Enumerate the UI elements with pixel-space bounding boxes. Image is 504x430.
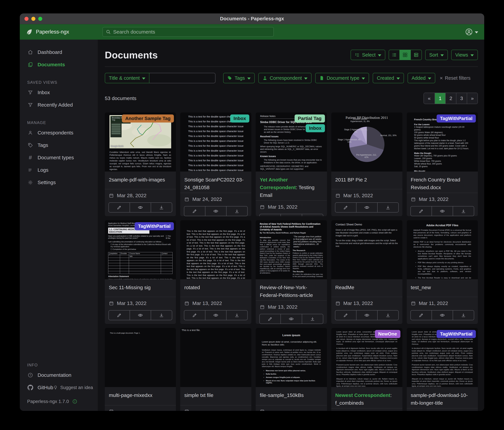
download-document-button[interactable] <box>302 214 323 216</box>
document-type-filter-button[interactable]: Document type <box>315 73 369 83</box>
tag-badge[interactable]: NewOne <box>375 330 400 338</box>
sidebar-item-logs[interactable]: Logs <box>20 164 98 176</box>
pagination-page-3[interactable]: 3 <box>456 93 467 104</box>
sidebar-item-correspondents[interactable]: Correspondents <box>20 127 98 139</box>
document-card[interactable]: Lorem ipsum dolor sit amet, consectetur … <box>331 328 402 411</box>
download-document-button[interactable] <box>453 206 474 216</box>
sidebar-item-settings[interactable]: Settings <box>20 176 98 189</box>
download-document-button[interactable] <box>377 203 398 212</box>
document-title[interactable]: Yet Another Correspondent: Testing Email <box>256 171 327 200</box>
edit-document-button[interactable] <box>411 310 432 320</box>
view-document-button[interactable] <box>130 310 151 320</box>
edit-document-button[interactable] <box>260 214 280 216</box>
reset-filters-button[interactable]: × Reset filters <box>440 75 470 81</box>
document-card[interactable]: This is the text that appears on the fir… <box>180 220 251 324</box>
document-card[interactable]: Review of New York Federal Petitions for… <box>256 220 327 324</box>
app-brand[interactable]: Paperless-ngx <box>26 28 102 35</box>
view-document-button[interactable] <box>130 203 151 212</box>
detail-view-button[interactable] <box>411 50 422 60</box>
download-document-button[interactable] <box>151 310 172 320</box>
minimize-window-button[interactable] <box>31 17 35 21</box>
view-document-button[interactable] <box>432 310 453 320</box>
correspondent-filter-button[interactable]: Correspondent <box>258 73 312 83</box>
sidebar-item-inbox[interactable]: Inbox <box>20 86 98 99</box>
pagination-page-1[interactable]: 1 <box>435 93 445 104</box>
tag-badge[interactable]: Inbox <box>230 114 250 122</box>
document-title[interactable]: test_new <box>407 279 478 293</box>
tag-badge[interactable]: Partial Tag <box>295 114 325 122</box>
document-thumbnail[interactable]: Patient BP Distribution 2011Normal, 151,… <box>331 112 402 171</box>
document-correspondent-link[interactable]: Yet Another Correspondent <box>260 177 296 190</box>
search-input[interactable] <box>113 29 270 35</box>
document-card[interactable]: Lorem ipsumLorem ipsum dolor sit amet, c… <box>256 328 327 411</box>
document-thumbnail[interactable]: Boundary Waters TripGoogle EarthCurabitu… <box>105 112 176 171</box>
edit-document-button[interactable] <box>411 206 432 216</box>
sidebar-item-recently-added[interactable]: Recently Added <box>20 99 98 111</box>
view-document-button[interactable] <box>280 214 302 216</box>
document-title[interactable]: sample-pdf-download-10-mb-longer-title <box>407 387 478 408</box>
document-card[interactable]: This is a test for the double space char… <box>180 112 251 216</box>
document-thumbnail[interactable]: This is a test for the double space char… <box>180 112 251 171</box>
document-thumbnail[interactable]: This is the text that appears on the fir… <box>180 220 251 279</box>
list-view-button[interactable] <box>389 50 400 60</box>
document-title[interactable]: Sec 11-Missing sig <box>105 279 176 293</box>
sidebar-item-github[interactable]: GitHub <box>20 381 53 394</box>
download-document-button[interactable] <box>377 310 398 320</box>
document-title[interactable]: rotated <box>180 279 251 293</box>
document-title[interactable]: Review-of-New-York-Federal-Petitions-art… <box>256 279 327 300</box>
zoom-window-button[interactable] <box>38 17 42 21</box>
tags-filter-button[interactable]: Tags <box>223 73 254 83</box>
sidebar-item-document-types[interactable]: # Document types <box>20 151 98 164</box>
sort-button[interactable]: Sort <box>425 50 448 60</box>
view-document-button[interactable] <box>356 203 377 212</box>
document-card[interactable]: Application for Medical Staff Membership… <box>105 220 176 324</box>
document-title[interactable]: multi-page-mixedxx <box>105 387 176 401</box>
document-thumbnail[interactable]: Lorem ipsum dolor sit amet, consectetur … <box>407 328 478 387</box>
grid-view-button[interactable] <box>400 50 411 60</box>
document-thumbnail[interactable]: Lorem ipsumLorem ipsum dolor sit amet, c… <box>256 328 327 387</box>
download-document-button[interactable] <box>226 206 247 216</box>
document-thumbnail[interactable]: This is a multi page document. Page 1. <box>105 328 176 387</box>
edit-document-button[interactable] <box>109 310 130 320</box>
document-thumbnail[interactable]: Release NotesSimba ODBC Driver for SQL S… <box>256 112 327 171</box>
sidebar-item-documentation[interactable]: ? Documentation <box>20 369 98 381</box>
document-title[interactable]: file-sample_150kBs <box>256 387 327 401</box>
sidebar-item-documents[interactable]: Documents <box>20 58 98 71</box>
document-card[interactable]: This is a multi page document. Page 1. m… <box>105 328 176 411</box>
pagination-next[interactable]: » <box>467 93 477 104</box>
document-title[interactable]: 2011 BP Pie 2 <box>331 171 402 185</box>
download-document-button[interactable] <box>302 314 323 324</box>
view-document-button[interactable] <box>205 310 226 320</box>
document-thumbnail[interactable]: Contact Sheet DemoGiven a set of image f… <box>331 220 402 279</box>
title-content-filter-button[interactable]: Title & content <box>105 73 149 83</box>
document-card[interactable]: French Country BreadFor the Leaven1 heap… <box>407 112 478 216</box>
document-card[interactable]: Lorem ipsum dolor sit amet, consectetur … <box>407 328 478 411</box>
download-document-button[interactable] <box>226 310 247 320</box>
pagination-prev[interactable]: « <box>424 93 435 104</box>
tag-badge[interactable]: Inbox <box>306 124 325 132</box>
document-title[interactable]: French Country Bread Revised.docx <box>407 171 478 193</box>
download-document-button[interactable] <box>151 203 172 212</box>
pagination-page-2[interactable]: 2 <box>445 93 456 104</box>
document-correspondent-link[interactable]: Newest Correspondent <box>335 393 390 398</box>
tag-badge[interactable]: TagWithPartial <box>437 114 476 122</box>
view-document-button[interactable] <box>356 310 377 320</box>
document-card[interactable]: Release NotesSimba ODBC Driver for SQL S… <box>256 112 327 216</box>
created-filter-button[interactable]: Created <box>373 73 404 83</box>
edit-document-button[interactable] <box>260 314 280 324</box>
download-document-button[interactable] <box>453 310 474 320</box>
document-title[interactable]: Newest Correspondent: f_combineds <box>331 387 402 408</box>
document-thumbnail[interactable]: Review of New York Federal Petitions for… <box>256 220 327 279</box>
document-card[interactable]: Patient BP Distribution 2011Normal, 151,… <box>331 112 402 216</box>
view-document-button[interactable] <box>205 206 226 216</box>
document-title[interactable]: simple txt file <box>180 387 251 401</box>
document-card[interactable]: This is a test file. simple txt file <box>180 328 251 411</box>
select-button[interactable]: Select <box>351 50 385 60</box>
edit-document-button[interactable] <box>109 203 130 212</box>
suggest-idea-link[interactable]: Suggest an idea <box>53 385 93 390</box>
tag-badge[interactable]: Another Sample Tag <box>122 114 174 122</box>
info-circle-icon[interactable] <box>72 399 77 404</box>
document-thumbnail[interactable]: Lorem ipsum dolor sit amet, consectetur … <box>331 328 402 387</box>
close-window-button[interactable] <box>25 17 28 21</box>
sidebar-item-dashboard[interactable]: Dashboard <box>20 46 98 58</box>
